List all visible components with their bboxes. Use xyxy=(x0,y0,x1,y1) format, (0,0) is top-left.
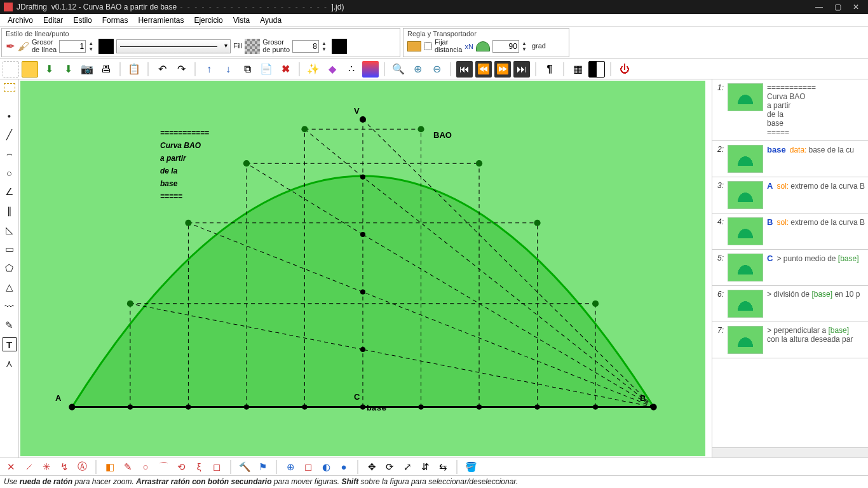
undo-icon[interactable]: ↶ xyxy=(154,61,170,78)
history-item[interactable]: 6:> división de [base] en 10 p xyxy=(712,286,868,322)
menu-archivo[interactable]: Archivo xyxy=(3,15,38,26)
btool-union[interactable]: ● xyxy=(337,460,351,474)
angle-tool-icon[interactable]: ∠ xyxy=(3,185,17,199)
btool-1[interactable]: ✕ xyxy=(4,460,18,474)
fill-swatch[interactable] xyxy=(245,39,260,54)
history-item[interactable]: 2:base data: base de la cu xyxy=(712,141,868,177)
point-tool-icon[interactable]: • xyxy=(3,109,17,123)
new-icon[interactable] xyxy=(3,61,19,78)
notes-icon[interactable]: 📄 xyxy=(258,61,275,78)
compass-tool-icon[interactable]: ⋏ xyxy=(3,356,17,370)
btool-rotate[interactable]: ⟳ xyxy=(383,460,397,474)
btool-7[interactable]: ○ xyxy=(139,460,153,474)
point-width-input[interactable] xyxy=(292,40,319,53)
copy-icon[interactable]: ⧉ xyxy=(239,61,255,78)
line-color-swatch[interactable] xyxy=(98,39,114,54)
line-width-spinner[interactable]: ▲▼ xyxy=(88,40,96,53)
btool-8[interactable]: ⌒ xyxy=(156,460,170,474)
history-item[interactable]: 5:C > punto medio de [base] xyxy=(712,250,868,286)
pencil-tool-icon[interactable]: ✎ xyxy=(3,318,17,332)
select-rect-icon[interactable] xyxy=(4,83,15,92)
pilcrow-icon[interactable]: ¶ xyxy=(541,61,558,78)
minimize-button[interactable]: — xyxy=(815,3,823,11)
grid-icon[interactable]: ▦ xyxy=(569,61,586,78)
btool-4[interactable]: ↯ xyxy=(57,460,71,474)
print-icon[interactable]: 🖶 xyxy=(98,61,114,78)
zoom-in-icon[interactable]: ⊕ xyxy=(409,61,426,78)
btool-5[interactable]: Ⓐ xyxy=(75,460,89,474)
arc-tool-icon[interactable]: ⌢ xyxy=(3,147,17,161)
prev-icon[interactable]: ⏪ xyxy=(475,61,492,78)
wand-icon[interactable]: ✨ xyxy=(305,61,322,78)
diamond-icon[interactable]: ◆ xyxy=(324,61,341,78)
menu-herramientas[interactable]: Herramientas xyxy=(133,15,189,26)
btool-3[interactable]: ✳ xyxy=(39,460,53,474)
saveas-icon[interactable]: ⬇ xyxy=(60,61,76,78)
line-tool-icon[interactable]: ╱ xyxy=(3,128,17,142)
parallel-tool-icon[interactable]: ∥ xyxy=(3,204,17,218)
clipboard-icon[interactable]: 📋 xyxy=(126,61,142,78)
protractor-icon[interactable] xyxy=(476,41,490,51)
btool-bucket[interactable]: 🪣 xyxy=(464,460,478,474)
btool-2[interactable]: ⟋ xyxy=(22,460,36,474)
angle-spinner[interactable]: ▲▼ xyxy=(522,40,529,53)
text-tool-icon[interactable]: T xyxy=(3,337,17,351)
first-icon[interactable]: ⏮ xyxy=(456,61,473,78)
btool-move[interactable]: ✥ xyxy=(365,460,379,474)
history-item[interactable]: 1:=========== Curva BAO a partir de la b… xyxy=(712,79,868,141)
redo-icon[interactable]: ↷ xyxy=(173,61,189,78)
xn-button[interactable]: xN xyxy=(465,43,473,50)
btool-hammer[interactable]: 🔨 xyxy=(238,460,252,474)
fix-distance-checkbox[interactable] xyxy=(424,42,432,50)
move-down-icon[interactable]: ↓ xyxy=(220,61,236,78)
btool-mirror-v[interactable]: ⇆ xyxy=(436,460,450,474)
close-button[interactable]: ✕ xyxy=(853,3,859,11)
angle-input[interactable] xyxy=(492,40,519,53)
menu-formas[interactable]: Formas xyxy=(97,15,133,26)
btool-flag[interactable]: ⚑ xyxy=(255,460,269,474)
point-width-spinner[interactable]: ▲▼ xyxy=(322,40,329,53)
menu-ejercicio[interactable]: Ejercicio xyxy=(189,15,227,26)
next-icon[interactable]: ⏩ xyxy=(494,61,511,78)
cone-tool-icon[interactable]: △ xyxy=(3,280,17,294)
menu-editar[interactable]: Editar xyxy=(38,15,68,26)
zoom-fit-icon[interactable]: 🔍 xyxy=(390,61,407,78)
history-item[interactable]: 4:B sol: extremo de la curva B xyxy=(712,214,868,250)
triangle-tool-icon[interactable]: ◺ xyxy=(3,223,17,237)
polygon-tool-icon[interactable]: ⬠ xyxy=(3,261,17,275)
exit-icon[interactable]: ⏻ xyxy=(616,61,633,78)
contrast-icon[interactable] xyxy=(588,61,605,78)
rect-tool-icon[interactable]: ▭ xyxy=(3,242,17,256)
point-color-swatch[interactable] xyxy=(332,39,347,54)
canvas[interactable]: =========== Curva BAO a partir de la bas… xyxy=(20,81,705,456)
brush-icon[interactable]: 🖌 xyxy=(18,40,29,53)
btool-10[interactable]: ξ xyxy=(192,460,206,474)
line-width-input[interactable] xyxy=(59,40,86,53)
color-icon[interactable] xyxy=(362,61,379,78)
delete-icon[interactable]: ✖ xyxy=(277,61,294,78)
zoom-out-icon[interactable]: ⊖ xyxy=(428,61,445,78)
menu-ayuda[interactable]: Ayuda xyxy=(255,15,287,26)
history-scrollbar[interactable] xyxy=(712,447,868,458)
history-item[interactable]: 7:> perpendicular a [base]con la altura … xyxy=(712,322,868,358)
btool-9[interactable]: ⟲ xyxy=(174,460,188,474)
btool-venn[interactable]: ⊕ xyxy=(283,460,297,474)
open-icon[interactable] xyxy=(22,61,38,78)
btool-eraser[interactable]: ◧ xyxy=(103,460,117,474)
dots-icon[interactable]: ∴ xyxy=(343,61,360,78)
btool-scale[interactable]: ⤢ xyxy=(400,460,414,474)
menu-estilo[interactable]: Estilo xyxy=(68,15,97,26)
maximize-button[interactable]: ▢ xyxy=(834,3,841,11)
move-up-icon[interactable]: ↑ xyxy=(201,61,217,78)
btool-mirror-h[interactable]: ⇵ xyxy=(418,460,432,474)
camera-icon[interactable]: 📷 xyxy=(79,61,95,78)
btool-diff[interactable]: ◻ xyxy=(301,460,315,474)
save-icon[interactable]: ⬇ xyxy=(41,61,57,78)
btool-11[interactable]: ◻ xyxy=(210,460,224,474)
history-item[interactable]: 3:A sol: extremo de la curva B xyxy=(712,177,868,214)
spline-tool-icon[interactable]: 〰 xyxy=(3,299,17,313)
ruler-icon[interactable] xyxy=(407,41,421,51)
last-icon[interactable]: ⏭ xyxy=(513,61,530,78)
menu-vista[interactable]: Vista xyxy=(228,15,255,26)
eyedropper-icon[interactable]: ✒ xyxy=(6,39,15,53)
